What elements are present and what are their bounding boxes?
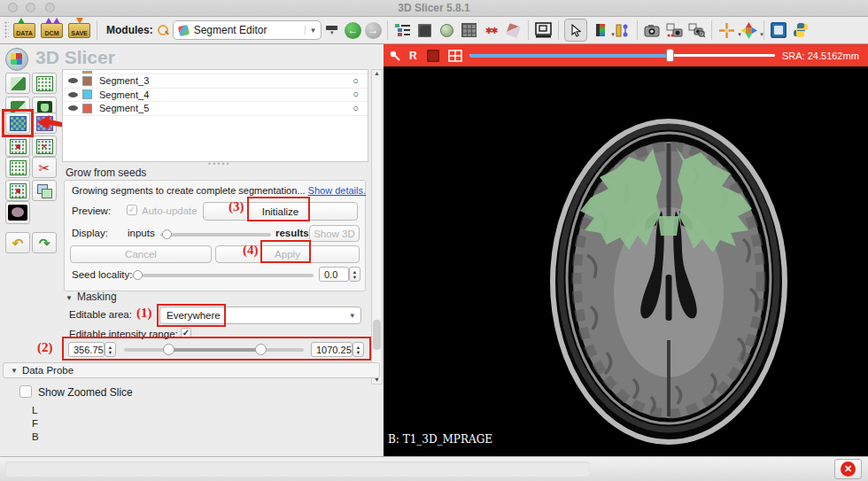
panel-scrollbar[interactable]: ▲ ▼ — [371, 69, 383, 384]
segment-status-icon[interactable]: ○ — [353, 76, 359, 86]
volume-name-label: B: T1_3D_MPRAGE — [388, 433, 492, 446]
seed-locality-slider[interactable] — [132, 274, 314, 277]
python-console-icon[interactable] — [792, 21, 810, 40]
slice-layout-grid-icon[interactable] — [448, 50, 462, 62]
collapse-triangle-icon[interactable]: ▼ — [66, 294, 73, 302]
segment-name[interactable]: Segment_3 — [99, 75, 149, 86]
scene-capture-icon[interactable] — [665, 21, 684, 40]
save-icon[interactable]: SAVE — [68, 23, 90, 38]
intensity-max-value[interactable]: 1070.25 — [311, 342, 353, 357]
spin-down-icon[interactable]: ▾ — [353, 275, 356, 280]
show-details-link[interactable]: Show details. — [308, 185, 366, 196]
visibility-eye-icon[interactable] — [68, 105, 79, 112]
segment-table: Segment_3 ○ Segment_4 ○ Segment_5 ○ — [62, 69, 368, 162]
module-search-icon[interactable] — [157, 24, 169, 36]
pin-icon[interactable] — [389, 50, 401, 62]
segment-name[interactable]: Segment_4 — [99, 89, 149, 100]
effect-islands-button[interactable] — [5, 180, 30, 201]
slicer-window: 3D Slicer 5.8.1 DATA DCM SAVE Modules: S… — [0, 0, 868, 481]
slice-offset-slider[interactable] — [469, 54, 775, 57]
intensity-max-stepper[interactable]: ▴ ▾ — [353, 342, 364, 357]
load-data-icon[interactable]: DATA — [13, 23, 35, 38]
cancel-button[interactable]: Cancel — [70, 245, 212, 263]
visibility-eye-icon[interactable] — [68, 91, 79, 98]
segment-color-swatch[interactable] — [82, 71, 92, 74]
initialize-button[interactable]: Initialize — [203, 202, 358, 221]
segment-row[interactable]: Segment_4 ○ — [63, 89, 368, 103]
effect-margin-button[interactable] — [5, 136, 30, 157]
dicom-icon[interactable]: DCM — [41, 23, 63, 38]
segment-status-icon[interactable]: ○ — [353, 89, 359, 99]
seed-locality-slider-handle[interactable] — [133, 270, 143, 280]
intensity-range-checkbox[interactable]: ✓ — [181, 328, 191, 338]
module-back-button[interactable]: ← — [345, 22, 361, 39]
effect-swiss-skull-stripper-button[interactable] — [5, 201, 30, 224]
effect-smoothing-button[interactable] — [5, 157, 30, 178]
intensity-min-stepper[interactable]: ▴ ▾ — [105, 342, 116, 357]
slice-intersections-icon[interactable]: ▾ — [740, 21, 758, 40]
module-selector[interactable]: Segment Editor ▾ — [173, 20, 322, 40]
spin-down-icon[interactable]: ▾ — [357, 350, 360, 355]
segment-status-icon[interactable]: ○ — [353, 104, 359, 113]
seed-locality-value[interactable]: 0.0 — [319, 267, 349, 282]
annotations-pen-icon[interactable] — [504, 21, 523, 40]
crop-volume-icon[interactable] — [460, 21, 478, 40]
markups-icon[interactable]: ✱✱ — [482, 21, 500, 40]
capture-review-icon[interactable] — [687, 21, 706, 40]
mouse-interaction-button[interactable] — [564, 19, 587, 42]
range-max-handle[interactable] — [255, 344, 267, 355]
undo-button[interactable]: ↶ — [5, 232, 30, 253]
data-probe-header[interactable]: ▼ Data Probe — [3, 362, 380, 378]
segment-color-swatch[interactable] — [82, 89, 92, 99]
red-slice-viewport[interactable]: B: T1_3D_MPRAGE — [384, 66, 868, 456]
display-slider-handle[interactable] — [162, 229, 172, 239]
layout-selector-icon[interactable] — [534, 21, 553, 40]
extensions-manager-icon[interactable] — [770, 21, 788, 40]
window-level-icon[interactable]: ▾ — [591, 21, 609, 40]
ruler-measure-icon[interactable] — [613, 21, 632, 40]
auto-update-checkbox[interactable]: ✓ — [127, 205, 137, 215]
collapse-triangle-icon[interactable]: ▼ — [11, 367, 18, 375]
slice-visibility-icon[interactable] — [427, 50, 439, 62]
visibility-eye-icon[interactable] — [68, 77, 79, 84]
show-zoomed-slice-checkbox[interactable] — [19, 385, 32, 398]
screenshot-icon[interactable] — [643, 21, 662, 40]
splitter-handle[interactable]: ••••• — [208, 159, 231, 168]
module-history-button[interactable]: ▾ — [324, 23, 340, 37]
range-min-handle[interactable] — [163, 344, 174, 355]
slice-slider-handle[interactable] — [666, 49, 674, 62]
volume-rendering-icon[interactable] — [415, 21, 434, 40]
toolbar-separator — [97, 20, 97, 40]
effect-scissors-button[interactable]: ✂ — [32, 157, 57, 178]
crosshair-icon[interactable]: ▾ — [717, 21, 736, 40]
seed-locality-stepper[interactable]: ▴ ▾ — [349, 267, 360, 282]
margin-icon — [10, 139, 27, 154]
segment-row[interactable]: Segment_5 ○ — [63, 102, 368, 116]
segment-name[interactable]: Segment_5 — [99, 103, 149, 113]
display-slider[interactable] — [160, 233, 271, 237]
editable-area-combo[interactable]: Everywhere ▾ — [159, 306, 361, 324]
intensity-range-slider[interactable] — [124, 348, 304, 352]
effect-level-tracing-button[interactable] — [32, 73, 57, 94]
segment-row[interactable]: Segment_3 ○ — [63, 74, 368, 89]
segmentation-sphere-icon[interactable] — [438, 21, 456, 40]
error-log-button[interactable]: ✕ — [834, 459, 862, 479]
module-forward-button[interactable]: → — [365, 22, 382, 39]
slice-orientation-label[interactable]: R — [409, 50, 417, 62]
effect-hollow-button[interactable] — [32, 136, 57, 157]
effect-grow-from-seeds-button[interactable] — [5, 112, 30, 134]
effect-threshold-button[interactable] — [5, 73, 30, 94]
scroll-up-icon[interactable]: ▲ — [374, 70, 380, 76]
module-list-icon[interactable] — [393, 21, 412, 40]
segment-color-swatch[interactable] — [82, 76, 92, 86]
display-label: Display: — [72, 228, 108, 238]
apply-button[interactable]: Apply — [215, 245, 360, 263]
grow-from-seeds-panel: Growing segments to create complete segm… — [64, 180, 366, 291]
scrollbar-thumb[interactable] — [373, 320, 381, 350]
redo-button[interactable]: ↷ — [32, 232, 57, 253]
effect-logical-operators-button[interactable] — [32, 180, 57, 201]
spin-down-icon[interactable]: ▾ — [109, 350, 112, 355]
intensity-min-value[interactable]: 356.75 — [68, 342, 105, 357]
segment-color-swatch[interactable] — [82, 104, 92, 113]
show-3d-button[interactable]: Show 3D — [309, 225, 360, 242]
